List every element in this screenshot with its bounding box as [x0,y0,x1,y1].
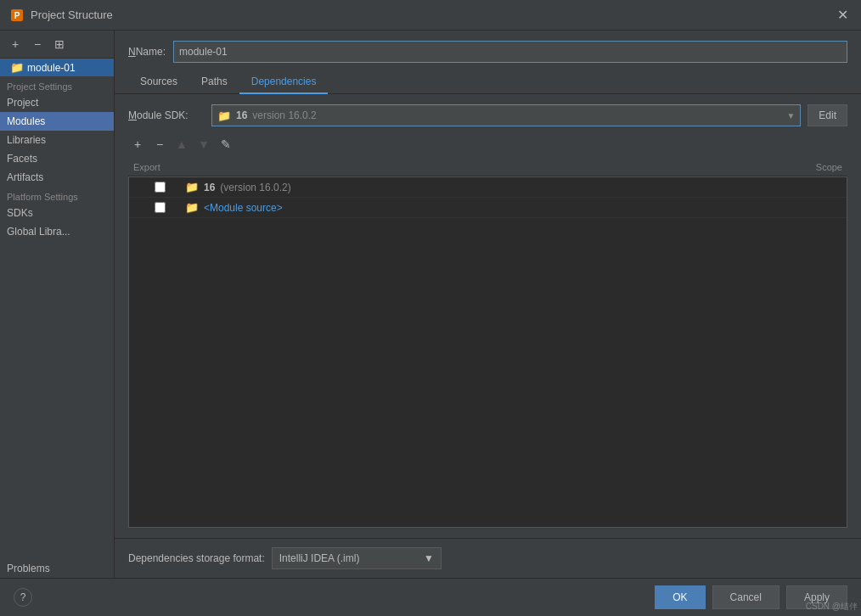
sidebar-item-facets[interactable]: Facets [0,149,114,168]
dep-sdk-folder-icon: 📁 [185,181,199,193]
watermark: CSDN @结伴 [806,601,858,613]
dialog-title: Project Structure [31,8,834,21]
sidebar-add-button[interactable]: + [7,36,24,53]
sdk-version-text: version 16.0.2 [252,109,316,121]
sidebar-item-project[interactable]: Project [0,93,114,112]
col-name-header [179,160,779,174]
sidebar-item-problems[interactable]: Problems [0,559,114,578]
dependencies-content: Module SDK: 📁 16 version 16.0.2 ▼ Edit [115,94,861,538]
close-button[interactable]: ✕ [834,7,851,24]
dep-row-module-source: 📁 <Module source> [129,198,847,218]
storage-dropdown[interactable]: IntelliJ IDEA (.iml) ▼ [272,547,442,569]
dep-table-header: Export Scope [128,159,847,176]
cancel-button[interactable]: Cancel [712,585,779,609]
name-label: NName:Name: [128,46,166,58]
sdk-label: Module SDK: [128,109,205,121]
sidebar-item-modules[interactable]: Modules [0,112,114,131]
dep-row-sdk: 📁 16 (version 16.0.2) [129,177,847,198]
sdk-row: Module SDK: 📁 16 version 16.0.2 ▼ Edit [128,104,847,126]
name-row: NName:Name: [115,31,861,70]
tab-sources[interactable]: Sources [128,70,189,94]
title-bar: P Project Structure ✕ [0,0,861,31]
sdk-dropdown-arrow: ▼ [786,111,795,120]
dep-row-sdk-name: 📁 16 (version 16.0.2) [185,181,774,193]
storage-value: IntelliJ IDEA (.iml) [279,552,360,564]
sidebar-item-problems-label: Problems [7,563,50,574]
dep-list: 📁 16 (version 16.0.2) 📁 <Mod [128,176,847,528]
sidebar-item-libraries[interactable]: Libraries [0,131,114,149]
storage-dropdown-arrow: ▼ [424,552,434,564]
tree-item-label: module-01 [27,62,76,74]
sidebar-item-global-libraries-label: Global Libra... [7,226,70,238]
sidebar-item-sdks[interactable]: SDKs [0,204,114,222]
col-export-header: Export [128,160,179,174]
help-button[interactable]: ? [14,588,32,607]
dep-toolbar: + − ▲ ▼ ✎ [128,135,847,154]
dep-add-button[interactable]: + [128,135,147,154]
folder-icon: 📁 [10,61,24,74]
sidebar-item-artifacts-label: Artifacts [7,171,43,183]
sidebar: + − ⊞ 📁 module-01 Project Settings Proje… [0,31,115,578]
col-scope-header: Scope [779,160,847,174]
tree-item-module[interactable]: 📁 module-01 [0,59,114,76]
sidebar-item-facets-label: Facets [7,153,37,165]
project-settings-section: Project Settings [0,76,114,93]
dep-row-module-checkbox[interactable] [134,202,185,213]
tab-dependencies[interactable]: Dependencies [239,70,329,94]
sidebar-toolbar: + − ⊞ [0,31,114,59]
platform-settings-section: Platform Settings [0,187,114,204]
tab-paths[interactable]: Paths [189,70,239,94]
bottom-area: Dependencies storage format: IntelliJ ID… [115,538,861,578]
dep-module-folder-icon: 📁 [185,201,199,214]
dep-checkbox-sdk[interactable] [155,182,166,193]
project-structure-dialog: P Project Structure ✕ + − ⊞ 📁 module-01 … [0,0,861,616]
dep-module-label: <Module source> [204,202,283,214]
dep-sdk-version-extra: (version 16.0.2) [220,182,290,193]
sidebar-item-modules-label: Modules [7,115,45,127]
dep-row-module-name: 📁 <Module source> [185,201,774,214]
sidebar-item-project-label: Project [7,97,38,109]
dep-checkbox-module[interactable] [155,202,166,213]
sidebar-item-global-libraries[interactable]: Global Libra... [0,222,114,241]
sdk-dropdown[interactable]: 📁 16 version 16.0.2 ▼ [211,104,801,126]
main-content: NName:Name: Sources Paths Dependencies [115,31,861,578]
footer-help: ? [14,588,648,607]
edit-sdk-button[interactable]: Edit [808,104,847,126]
dep-row-sdk-checkbox[interactable] [134,182,185,193]
sidebar-item-sdks-label: SDKs [7,207,33,219]
dep-up-button[interactable]: ▲ [172,135,191,154]
dep-edit-button[interactable]: ✎ [217,135,235,154]
dep-down-button[interactable]: ▼ [194,135,213,154]
ok-button[interactable]: OK [655,585,705,609]
sdk-version-number: 16 [236,109,247,121]
dep-sdk-version: 16 [204,182,215,193]
app-icon: P [10,8,24,22]
sdk-folder-icon: 📁 [217,109,231,122]
storage-label: Dependencies storage format: [128,552,265,564]
name-input[interactable] [173,41,847,63]
sidebar-item-libraries-label: Libraries [7,134,46,146]
dep-remove-button[interactable]: − [150,135,169,154]
sidebar-remove-button[interactable]: − [29,36,46,53]
sidebar-copy-button[interactable]: ⊞ [51,36,68,53]
footer: ? OK Cancel Apply [0,578,861,616]
tabs: Sources Paths Dependencies [115,70,861,94]
svg-text:P: P [14,11,20,20]
sidebar-item-artifacts[interactable]: Artifacts [0,168,114,187]
